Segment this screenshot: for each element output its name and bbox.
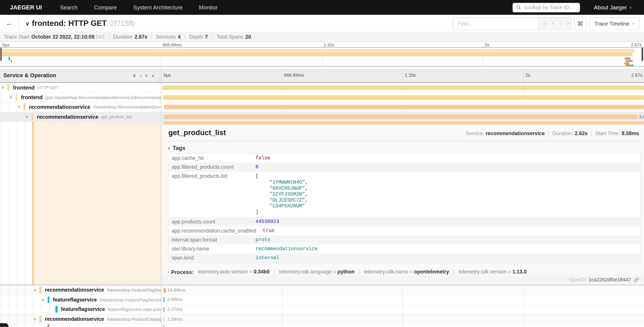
tree-header-title: Service & Operation bbox=[3, 72, 56, 78]
timeline-ticks: 0μs 666.89ms 1.33s 2s 2.67s bbox=[161, 69, 644, 82]
collapse-all-icon[interactable]: » bbox=[144, 74, 150, 77]
expand-all-icon[interactable]: » bbox=[152, 72, 154, 78]
operation-name: /hipstershop.ProductCatalogSer... bbox=[107, 316, 161, 322]
trace-collapse-chevron-icon[interactable]: ∨ bbox=[26, 20, 30, 26]
span-row-recommendation-listrecs[interactable]: ∨ recommendationservice /hipstershop.Rec… bbox=[0, 102, 644, 112]
minimap-span-tan bbox=[626, 60, 632, 62]
span-detail-panel: get_product_list Service: recommendation… bbox=[161, 122, 644, 284]
span-bar[interactable] bbox=[164, 105, 644, 109]
detail-service-value: recommendationservice bbox=[486, 131, 545, 136]
span-row-featureflagservice-getflag[interactable]: ∨ featureflagservice /hipstershop.Featur… bbox=[0, 295, 644, 305]
top-nav: JAEGER UI Search Compare System Architec… bbox=[0, 0, 644, 15]
minimap-span-tan bbox=[626, 64, 632, 66]
detail-start-time-value: 8.58ms bbox=[622, 131, 639, 136]
service-color-bar bbox=[48, 324, 49, 327]
span-bar[interactable] bbox=[163, 288, 166, 292]
process-section-toggle[interactable]: › Process: telemetry.auto.version =0.34b… bbox=[168, 269, 644, 275]
span-duration-label: 1.04ms bbox=[167, 316, 183, 321]
minimap-canvas[interactable] bbox=[0, 47, 644, 66]
operation-name: HTTP GET bbox=[38, 85, 59, 90]
span-detail-accent-bar bbox=[163, 122, 644, 124]
focus-target-icon[interactable]: ◎ bbox=[543, 21, 547, 26]
span-bar[interactable] bbox=[163, 325, 164, 327]
minimap-span-teal bbox=[632, 64, 634, 66]
span-rows: ∨ frontend HTTP GET ∨ frontend grpc.hips… bbox=[0, 83, 644, 327]
nav-item-search[interactable]: Search bbox=[60, 4, 78, 10]
span-collapse-icon[interactable]: ∨ bbox=[34, 317, 40, 321]
span-collapse-icon[interactable]: ∨ bbox=[18, 105, 23, 109]
tag-row: otel.library.name recommendationservice bbox=[168, 244, 640, 253]
trace-view-select[interactable]: Trace Timeline ∨ bbox=[590, 17, 640, 30]
nav-item-compare[interactable]: Compare bbox=[94, 4, 117, 10]
span-collapse-icon[interactable]: ∨ bbox=[42, 298, 47, 302]
service-color-bar bbox=[23, 104, 25, 110]
trace-id-lookup[interactable] bbox=[512, 3, 580, 12]
column-resize-grip[interactable]: ∥ bbox=[158, 77, 160, 82]
span-row-get-product-list[interactable]: ∨ recommendationservice get_product_list… bbox=[0, 112, 644, 122]
find-prev-icon[interactable]: ∧ bbox=[551, 21, 554, 26]
span-collapse-icon[interactable]: ∨ bbox=[26, 115, 32, 119]
back-button[interactable]: ← bbox=[0, 15, 19, 32]
span-bar[interactable] bbox=[164, 114, 638, 119]
span-row-frontend-listrecommendations[interactable]: ∨ frontend grpc.hipstershop.Recommendati… bbox=[0, 93, 644, 102]
minimap-right-handle[interactable] bbox=[642, 48, 643, 61]
tag-row: app.cache_hit false bbox=[168, 154, 640, 163]
process-pair: telemetry.sdk.version =1.13.0 bbox=[458, 269, 526, 275]
expand-one-icon[interactable]: › bbox=[140, 72, 142, 78]
span-bar[interactable] bbox=[163, 307, 164, 312]
app-brand[interactable]: JAEGER UI bbox=[10, 4, 42, 10]
span-row-frontend-httpget[interactable]: ∨ frontend HTTP GET bbox=[0, 83, 644, 93]
keyboard-shortcuts-button[interactable]: ⌘ bbox=[574, 17, 586, 30]
span-row-featureflagservice-repo-query[interactable]: featureflagservice featureflagservice.re… bbox=[0, 305, 644, 314]
service-name: recommendationservice bbox=[45, 287, 104, 293]
link-icon[interactable] bbox=[634, 277, 639, 282]
tags-section-toggle[interactable]: ∨ Tags bbox=[168, 145, 644, 152]
tag-row: app.filtered_products.list [ "1YMWWN1N4O… bbox=[168, 172, 640, 217]
process-pair: telemetry.sdk.language =python bbox=[279, 269, 354, 275]
find-input[interactable] bbox=[454, 18, 538, 30]
tag-row: app.filtered_products.count 8 bbox=[168, 163, 640, 172]
operation-name: grpc.hipstershop.RecommendationService/L… bbox=[46, 95, 161, 100]
span-row-partial[interactable] bbox=[0, 324, 644, 327]
minimap-span-teal bbox=[8, 57, 10, 60]
span-collapse-icon[interactable]: ∨ bbox=[2, 86, 8, 90]
span-bar[interactable] bbox=[163, 95, 644, 100]
nav-item-system-architecture[interactable]: System Architecture bbox=[133, 4, 183, 10]
collapse-one-icon[interactable]: ∨ bbox=[133, 72, 136, 78]
span-id-row: SpanID: 1ca2262df0e18447 bbox=[161, 275, 644, 284]
service-name: recommendationservice bbox=[45, 316, 104, 322]
chevron-right-icon: › bbox=[168, 270, 169, 274]
span-bar[interactable] bbox=[163, 317, 164, 322]
span-collapse-icon[interactable]: ∨ bbox=[34, 288, 40, 292]
back-arrow-icon: ← bbox=[6, 19, 13, 28]
span-id-value: 1ca2262df0e18447 bbox=[588, 277, 631, 283]
find-clear-icon[interactable]: ✕ bbox=[567, 21, 571, 26]
process-label: Process: bbox=[171, 269, 194, 275]
span-detail-row: get_product_list Service: recommendation… bbox=[0, 122, 644, 285]
nav-item-monitor[interactable]: Monitor bbox=[199, 4, 218, 10]
tag-row: app.recommendation.cache_enabled true bbox=[168, 226, 640, 235]
depth-label: Depth bbox=[189, 34, 203, 40]
find-box: ◎ ∧ ∨ ✕ bbox=[453, 17, 572, 30]
operation-name: /hipstershop.RecommendationService/Lis..… bbox=[93, 104, 161, 110]
minimap-left-handle[interactable] bbox=[0, 48, 2, 61]
span-row-productcatalog-call[interactable]: ∨ recommendationservice /hipstershop.Pro… bbox=[0, 314, 644, 324]
span-bar[interactable] bbox=[162, 86, 644, 90]
span-row-featureflag-call[interactable]: ∨ recommendationservice /hipstershop.Fea… bbox=[0, 285, 644, 295]
trace-title: frontend: HTTP GET bbox=[32, 19, 107, 28]
find-next-icon[interactable]: ∨ bbox=[559, 21, 562, 26]
trace-id-lookup-input[interactable] bbox=[524, 4, 576, 10]
tags-table: app.cache_hit false app.filtered_product… bbox=[168, 153, 641, 262]
span-bar[interactable] bbox=[163, 298, 164, 302]
service-name: frontend bbox=[21, 94, 43, 100]
minimap-span-tan bbox=[11, 60, 12, 62]
trace-minimap[interactable]: 0μs 666.89ms 1.33s 2s 2.67s bbox=[0, 42, 644, 66]
operation-name: /hipstershop.FeatureFlagService... bbox=[107, 288, 161, 292]
find-controls: ◎ ∧ ∨ ✕ bbox=[538, 18, 571, 30]
chevron-down-icon: ∨ bbox=[632, 22, 634, 26]
minimap-span-band-1 bbox=[0, 49, 634, 52]
trace-start-label: Trace Start bbox=[4, 34, 29, 40]
about-jaeger-menu[interactable]: About Jaeger ∨ bbox=[594, 4, 632, 10]
span-collapse-icon[interactable]: ∨ bbox=[10, 95, 15, 99]
search-icon bbox=[516, 5, 521, 10]
